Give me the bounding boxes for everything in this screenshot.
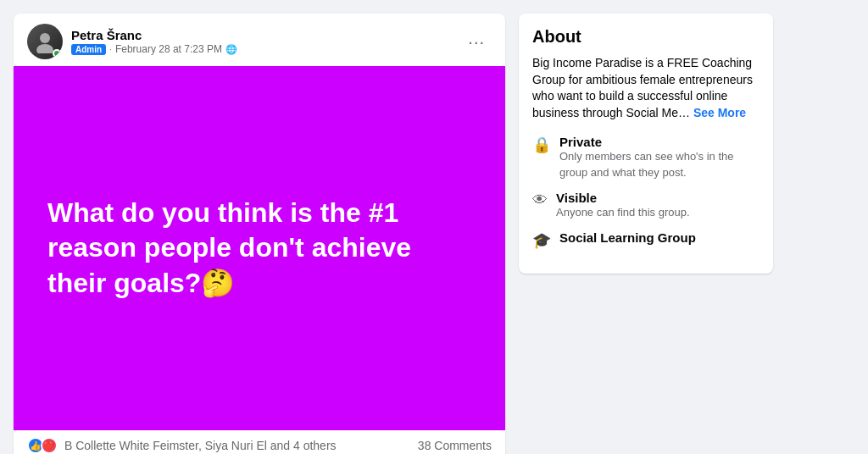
about-item-private: 🔒 Private Only members can see who's in … (532, 135, 760, 180)
visible-desc: Anyone can find this group. (556, 205, 690, 220)
reactions-row: 👍 ❤️ B Collette White Feimster, Siya Nur… (14, 430, 505, 454)
about-card: About Big Income Paradise is a FREE Coac… (519, 14, 773, 274)
about-title: About (532, 27, 760, 47)
learning-title: Social Learning Group (559, 230, 696, 245)
lock-icon: 🔒 (532, 136, 551, 154)
private-title: Private (559, 135, 760, 149)
online-indicator (53, 49, 61, 58)
more-options-button[interactable]: ··· (461, 30, 492, 53)
post-card: Petra Šranc Admin · February 28 at 7:23 … (14, 14, 505, 454)
private-desc: Only members can see who's in the group … (559, 149, 760, 180)
author-meta: Admin · February 28 at 7:23 PM 🌐 (71, 43, 237, 55)
post-header: Petra Šranc Admin · February 28 at 7:23 … (14, 14, 505, 66)
post-time: February 28 at 7:23 PM (115, 43, 222, 55)
svg-point-1 (36, 44, 53, 53)
author-name: Petra Šranc (71, 28, 237, 43)
post-header-left: Petra Šranc Admin · February 28 at 7:23 … (27, 24, 237, 59)
reaction-summary: 👍 ❤️ B Collette White Feimster, Siya Nur… (27, 437, 337, 454)
post-image-text: What do you think is the #1 reason peopl… (47, 196, 471, 302)
svg-point-0 (40, 33, 50, 43)
admin-badge: Admin (71, 44, 106, 55)
avatar (27, 24, 63, 59)
graduation-icon: 🎓 (532, 231, 551, 250)
comments-count[interactable]: 38 Comments (418, 439, 492, 452)
about-visible-content: Visible Anyone can find this group. (556, 191, 690, 220)
about-private-content: Private Only members can see who's in th… (559, 135, 760, 180)
post-author-info: Petra Šranc Admin · February 28 at 7:23 … (71, 28, 237, 55)
about-learning-content: Social Learning Group (559, 230, 696, 245)
heart-reaction-icon: ❤️ (41, 437, 58, 454)
globe-icon: 🌐 (225, 44, 237, 55)
reaction-icons: 👍 ❤️ (27, 437, 58, 454)
about-description: Big Income Paradise is a FREE Coaching G… (532, 55, 760, 121)
post-image: What do you think is the #1 reason peopl… (14, 66, 505, 430)
reaction-names: B Collette White Feimster, Siya Nuri El … (64, 439, 337, 452)
eye-icon: 👁 (532, 191, 548, 209)
visible-title: Visible (556, 191, 690, 205)
meta-dot: · (109, 45, 112, 54)
about-item-visible: 👁 Visible Anyone can find this group. (532, 191, 760, 220)
about-item-learning: 🎓 Social Learning Group (532, 230, 760, 250)
see-more-link[interactable]: See More (693, 106, 746, 119)
